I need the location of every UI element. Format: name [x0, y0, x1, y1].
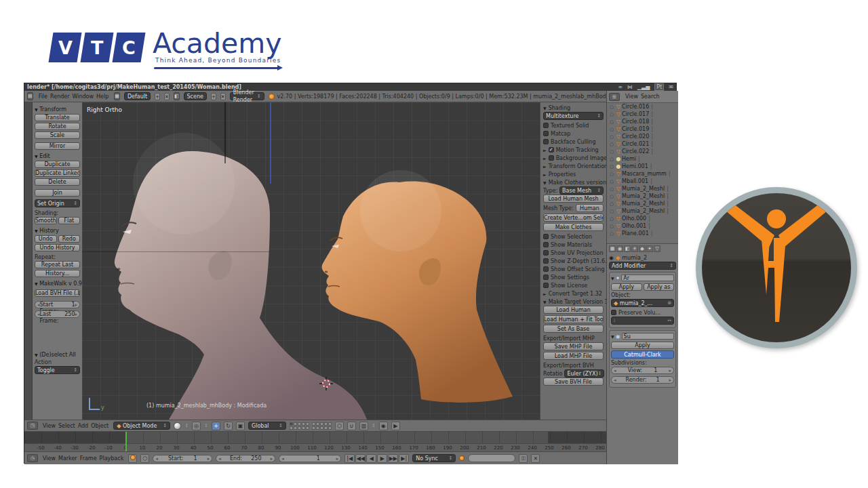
make-clothes-button[interactable]: Make Clothes: [543, 223, 604, 231]
redo-button[interactable]: Redo: [58, 235, 81, 243]
create-verts-button[interactable]: Create Verte...om Selection: [543, 214, 604, 222]
menu-item[interactable]: View: [624, 94, 639, 100]
screen-layout-icon[interactable]: ▦: [114, 92, 120, 100]
tool-button[interactable]: Duplicate: [35, 161, 80, 168]
set-as-base-button[interactable]: Set As Base: [543, 325, 604, 333]
object-tab-icon[interactable]: ◆: [639, 245, 646, 252]
tool-button[interactable]: Duplicate Linked: [35, 169, 80, 177]
delete-key-icon[interactable]: ✕: [531, 454, 540, 463]
jump-start-button[interactable]: |◀: [344, 454, 355, 463]
outliner-item[interactable]: ○ ▽ Mball.001 |: [607, 178, 678, 185]
checkbox[interactable]: [543, 131, 549, 136]
play-reverse-button[interactable]: ◀: [366, 454, 376, 463]
menu-item[interactable]: Render: [49, 94, 71, 100]
panel-edit-header[interactable]: ▼ Edit: [35, 153, 80, 159]
checkbox[interactable]: [543, 139, 549, 144]
tool-shelf-tabs[interactable]: [24, 102, 33, 420]
checkbox[interactable]: [549, 155, 554, 161]
modifier-name-field[interactable]: Ar: [621, 274, 674, 281]
scene-add-button[interactable]: +: [211, 93, 216, 100]
outliner-item[interactable]: ○ ▽ Mumia_2_Meshl |: [607, 207, 678, 215]
scene-icon[interactable]: ◧: [174, 92, 180, 100]
collapse-icon[interactable]: ▼: [611, 276, 614, 281]
outliner-item[interactable]: ○ ▽ Mascara_mumm |: [607, 170, 678, 178]
outliner-item[interactable]: ○ ● Hemi.001 |: [607, 163, 678, 170]
manipulator-translate-icon[interactable]: +: [212, 422, 220, 430]
manipulator-rotate-icon[interactable]: ↻: [224, 422, 233, 430]
outliner-item[interactable]: ○ ▽ Olho.000 |: [607, 215, 678, 222]
checkbox[interactable]: [611, 310, 616, 315]
transform-orientations-row[interactable]: ►Transform Orientations: [543, 162, 604, 170]
join-button[interactable]: Join: [35, 189, 80, 197]
expand-dot[interactable]: ○: [610, 186, 615, 192]
menu-item[interactable]: Window: [71, 94, 96, 100]
load-bvh-button[interactable]: Load BVH File (.bvh): [35, 289, 80, 297]
mirror-button[interactable]: Mirror: [35, 142, 80, 150]
link-icon[interactable]: ∞: [618, 84, 623, 90]
checkbox[interactable]: [543, 283, 549, 288]
next-keyframe-button[interactable]: ▶▶: [388, 454, 398, 463]
set-origin-select[interactable]: Set Origin↕: [35, 199, 80, 207]
layout-close-button[interactable]: ✕: [164, 93, 170, 100]
outliner-item[interactable]: ○ ▽ Circle.022 |: [607, 148, 678, 155]
insert-key-icon[interactable]: ⚿: [519, 454, 528, 463]
expand-dot[interactable]: ○: [610, 164, 615, 169]
pin-icon[interactable]: ◉: [609, 255, 614, 261]
modifier-tab-icon[interactable]: ✦: [646, 245, 653, 252]
scene-select[interactable]: Scene: [184, 92, 207, 100]
view-subdivisions-field[interactable]: ◂View:1▸: [611, 367, 674, 374]
expand-dot[interactable]: ○: [610, 179, 615, 184]
object-field[interactable]: ◆ mumia_2_...⊗: [611, 299, 674, 307]
expand-dot[interactable]: ○: [610, 194, 615, 199]
make-clothes-header[interactable]: ▼Make Clothes version 0.9: [543, 178, 604, 186]
rotation-select[interactable]: Euler (ZYX)↕: [564, 369, 604, 378]
menu-item[interactable]: Add: [77, 423, 90, 429]
timeline-editor-icon[interactable]: ◷: [27, 454, 38, 462]
apply-button[interactable]: Apply: [611, 283, 642, 291]
background-images-row[interactable]: ►Background Images: [543, 154, 604, 162]
end-frame-field[interactable]: ◂End:250▸: [216, 455, 275, 462]
repeat-history-button[interactable]: History...: [35, 270, 80, 277]
properties-row[interactable]: ►Properties: [543, 170, 604, 178]
orientation-select[interactable]: Global↕: [248, 422, 286, 430]
convert-target-header[interactable]: ►Convert Target 1.32: [543, 289, 604, 298]
timeline-ruler[interactable]: -50-40-30-20-100102030405060708090100110…: [24, 443, 606, 451]
expand-dot[interactable]: ○: [610, 224, 615, 229]
lock-icon[interactable]: ⬡: [335, 422, 344, 430]
world-tab-icon[interactable]: ☀: [631, 245, 638, 252]
sync-select[interactable]: No Sync↕: [412, 454, 456, 462]
expand-dot[interactable]: ○: [610, 112, 615, 117]
expand-dot[interactable]: ○: [610, 142, 615, 147]
catmull-clark-button[interactable]: Catmull-Clark: [611, 350, 674, 359]
prev-keyframe-button[interactable]: ◀◀: [355, 454, 366, 463]
outliner-item[interactable]: ○ ▽ Circle.016 |: [607, 103, 678, 110]
bowtie-icon[interactable]: ⋈: [627, 84, 633, 90]
checkbox[interactable]: [543, 258, 549, 264]
action-select[interactable]: Toggle↕: [35, 366, 80, 374]
current-frame-field[interactable]: ◂1▸: [279, 455, 341, 462]
load-human-mesh-button[interactable]: Load Human Mesh: [543, 195, 604, 203]
viewport-3d[interactable]: Right Ortho y (1) mumia_2_meshlab_mhBody…: [82, 102, 540, 420]
expand-dot[interactable]: ○: [610, 119, 615, 125]
panel-makewalk-header[interactable]: ▼ MakeWalk v 0.943:: [35, 281, 80, 287]
panel-transform-header[interactable]: ▼ Transform: [35, 106, 80, 113]
expand-dot[interactable]: ○: [610, 216, 615, 222]
menu-item[interactable]: View: [41, 455, 57, 462]
menu-item[interactable]: Help: [95, 94, 110, 100]
apply-button[interactable]: Apply: [611, 342, 674, 349]
render-subdivisions-field[interactable]: ◂Render:1▸: [611, 376, 674, 384]
last-frame-field[interactable]: ◂Last Frame:250▸: [35, 310, 80, 318]
data-tab-icon[interactable]: ▽: [654, 245, 660, 252]
menu-item[interactable]: Frame: [79, 455, 98, 462]
snap-magnet-icon[interactable]: ∪: [347, 422, 356, 430]
checkbox[interactable]: [543, 234, 549, 239]
outliner-item[interactable]: ○ ▽ Mumia_2_Meshl |: [607, 185, 678, 192]
outliner-item[interactable]: ○ ▽ Circle.017 |: [607, 110, 678, 118]
expand-dot[interactable]: ○: [610, 157, 615, 162]
outliner-item[interactable]: ○ ▽ Circle.019 |: [607, 125, 678, 133]
record-button[interactable]: [459, 455, 465, 461]
timeline-track[interactable]: [24, 432, 606, 443]
keying-set-field[interactable]: [468, 454, 515, 462]
render-engine-select[interactable]: Blender Render↕: [230, 92, 264, 100]
menu-item[interactable]: Marker: [57, 455, 79, 462]
